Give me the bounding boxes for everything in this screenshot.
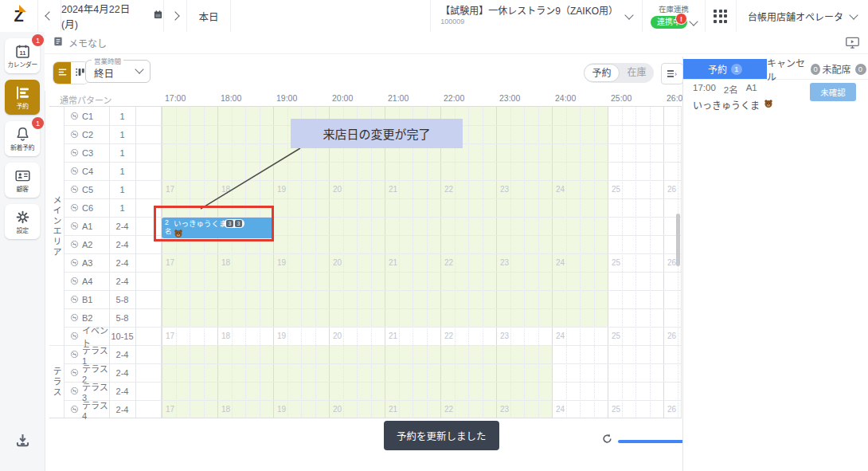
- sidebar: 11カレンダー1予約新着予約1顧客設定: [0, 32, 45, 471]
- timeline-hour-label: 17:00: [165, 93, 186, 103]
- chevron-down-icon: [624, 10, 633, 19]
- no-smoking-icon: [70, 350, 79, 359]
- timeline-grid: 2 名 いっきゅうくま 3 3 171819202122232425261718…: [49, 106, 682, 418]
- table-name: C3: [82, 148, 93, 158]
- table-capacity: 2-4: [109, 272, 135, 290]
- calendar-icon: 11: [14, 43, 31, 59]
- in-grid-hour-label: 26: [667, 405, 676, 414]
- prev-day-button[interactable]: [38, 0, 61, 32]
- sidebar-item-new-reservations[interactable]: 新着予約1: [5, 121, 40, 156]
- bell-icon: [14, 126, 31, 142]
- table-row-label[interactable]: C6: [64, 198, 109, 217]
- sidebar-item-label: 設定: [17, 226, 29, 234]
- reservation-app: Z 2024年4月22日 (月) 本日 【試験用】一休レストラン9（ZAIKO用…: [0, 0, 868, 471]
- sidebar-item-settings[interactable]: 設定: [5, 204, 40, 239]
- table-capacity: 2-4: [109, 217, 135, 235]
- download-button[interactable]: [14, 432, 31, 452]
- no-smoking-icon: [70, 258, 79, 267]
- operator-menu[interactable]: 台帳用店舗オペレータ: [737, 0, 868, 32]
- timeline-hour-label: 24:00: [555, 93, 576, 103]
- table-name: A1: [82, 222, 92, 231]
- stock-link-status[interactable]: 在庫連携 連携中 !: [643, 0, 706, 32]
- in-grid-hour-label: 23: [500, 185, 509, 194]
- sidebar-item-customers[interactable]: 顧客: [5, 163, 40, 198]
- business-hours-select[interactable]: 営業時間 終日: [85, 60, 151, 83]
- timeline-area[interactable]: 2 名 いっきゅうくま 3 3 171819202122232425261718…: [161, 107, 682, 418]
- today-button[interactable]: 本日: [187, 0, 231, 32]
- table-row-label[interactable]: A2: [64, 235, 109, 253]
- table-name: C1: [82, 112, 93, 121]
- panel-lines-icon: [667, 70, 674, 77]
- timeline-hour-label: 23:00: [499, 93, 520, 103]
- panel-collapse-button[interactable]: ›: [661, 63, 683, 84]
- reservation-block[interactable]: 2 名 いっきゅうくま 3 3: [162, 218, 273, 238]
- sidebar-item-label: 新着予約: [10, 143, 34, 151]
- table-capacity: 1: [109, 107, 135, 125]
- table-row-label[interactable]: C2: [64, 125, 109, 143]
- table-row-label[interactable]: A1: [64, 217, 109, 235]
- no-smoking-icon: [70, 112, 79, 120]
- no-smoking-icon: [70, 203, 79, 212]
- tab-cancel[interactable]: キャンセル0: [767, 59, 820, 79]
- screen-share-button[interactable]: [845, 36, 860, 53]
- next-day-button[interactable]: [164, 0, 187, 32]
- tab-reservations[interactable]: 予約1: [683, 59, 767, 79]
- in-grid-hour-label: 20: [333, 332, 342, 340]
- memo-bar[interactable]: メモなし: [45, 32, 868, 54]
- no-smoking-icon: [70, 387, 79, 395]
- no-smoking-icon: [70, 167, 79, 175]
- table-name: B2: [82, 313, 92, 323]
- no-smoking-icon: [70, 222, 79, 230]
- topbar: Z 2024年4月22日 (月) 本日 【試験用】一休レストラン9（ZAIKO用…: [0, 0, 868, 33]
- tab-unassigned[interactable]: 未配席0: [820, 59, 868, 79]
- mode-reservation[interactable]: 予約: [584, 64, 620, 82]
- table-row-label[interactable]: B1: [64, 290, 109, 308]
- logo-z-icon: Z: [14, 8, 23, 24]
- apps-menu-button[interactable]: [706, 0, 737, 32]
- table-row-label[interactable]: C1: [64, 107, 109, 125]
- table-row-label[interactable]: テラス4: [64, 400, 109, 418]
- in-grid-hour-label: 25: [612, 258, 620, 267]
- table-row-label[interactable]: C5: [64, 180, 109, 198]
- in-grid-hour-label: 22: [444, 332, 453, 340]
- in-grid-hour-label: 19: [277, 185, 286, 194]
- date-picker[interactable]: 2024年4月22日 (月): [61, 0, 164, 32]
- unconfirmed-status-button[interactable]: 未確認: [810, 83, 856, 101]
- reservation-guest-name: いっきゅうくま: [693, 98, 760, 112]
- timeline-hour-label: 19:00: [276, 93, 297, 103]
- area-group-label: メインエリア: [49, 107, 64, 345]
- app-logo[interactable]: Z: [0, 0, 38, 32]
- vertical-scrollbar[interactable]: [676, 214, 680, 266]
- table-name: A4: [82, 277, 92, 286]
- mode-stock[interactable]: 在庫: [620, 64, 654, 82]
- in-grid-hour-label: 20: [333, 405, 342, 414]
- tab-count-badge: 1: [731, 64, 742, 75]
- in-grid-hour-label: 20: [333, 185, 342, 194]
- table-capacity: 1: [109, 162, 135, 180]
- store-selector[interactable]: 【試験用】一休レストラン9（ZAIKO用） 100009: [430, 0, 643, 32]
- in-grid-hour-label: 23: [500, 258, 509, 267]
- table-capacity: 2-4: [109, 382, 135, 400]
- reservation-party: 2名: [724, 83, 738, 96]
- table-name: テラス4: [82, 398, 109, 421]
- no-smoking-icon: [70, 185, 79, 194]
- notification-badge: 1: [32, 117, 44, 129]
- timeline-hour-label: 25:00: [611, 93, 631, 103]
- sidebar-item-reservations[interactable]: 予約: [5, 80, 40, 115]
- table-capacity: 1: [109, 125, 135, 143]
- refresh-button[interactable]: [601, 433, 613, 448]
- table-row-label[interactable]: A4: [64, 272, 109, 290]
- no-smoking-icon: [70, 130, 79, 139]
- table-row-label[interactable]: A3: [64, 253, 109, 272]
- view-toggle: [53, 61, 89, 84]
- table-row-label[interactable]: C3: [64, 143, 109, 162]
- table-row-label[interactable]: C4: [64, 162, 109, 180]
- tab-label: 予約: [708, 62, 727, 76]
- reservation-list-item[interactable]: 17:00 2名 A1 いっきゅうくま 未確認: [693, 83, 858, 113]
- chevron-right-icon: [170, 11, 179, 20]
- list-view-button[interactable]: [53, 62, 71, 84]
- sidebar-item-calendar[interactable]: 11カレンダー1: [5, 38, 40, 73]
- in-grid-hour-label: 21: [389, 332, 397, 340]
- toast-message: 予約を更新しました: [384, 421, 499, 450]
- party-unit: 名: [165, 228, 172, 235]
